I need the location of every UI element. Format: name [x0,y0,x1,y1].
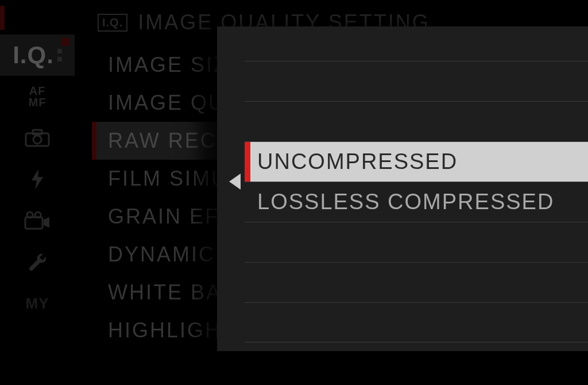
movie-icon [24,211,51,230]
sidebar-item-setup[interactable] [0,241,75,283]
svg-rect-4 [25,217,42,229]
sidebar-item-afmf[interactable]: AF MF [0,76,75,117]
dots-icon [57,49,62,61]
popup-option-label: LOSSLESS COMPRESSED [257,190,554,214]
camera-icon [25,129,50,147]
popup-empty-row [245,222,588,262]
popup-back-arrow-icon[interactable] [229,174,241,190]
wrench-icon [26,251,49,274]
af-label: AF [29,85,47,97]
flash-icon [29,168,45,191]
sidebar-iq-label: I.Q. [13,41,54,69]
svg-point-2 [33,136,41,144]
sidebar-item-movie[interactable] [0,200,75,241]
popup-empty-row [245,302,588,342]
iq-icon: I.Q. [13,41,62,69]
popup-option-uncompressed[interactable]: UNCOMPRESSED [245,141,588,182]
sidebar-item-shooting[interactable] [0,117,75,159]
svg-point-7 [35,212,41,218]
top-accent-bar [0,6,5,30]
sidebar-item-iq[interactable]: I.Q. [0,34,75,76]
popup-empty-row [245,101,588,141]
sidebar-item-my[interactable]: MY [0,283,75,324]
header-iq-icon: I.Q. [98,14,127,32]
svg-marker-5 [44,217,49,228]
popup-option-label: UNCOMPRESSED [257,149,458,174]
svg-marker-3 [32,169,43,190]
popup-option-lossless-compressed[interactable]: LOSSLESS COMPRESSED [245,182,588,222]
afmf-icon: AF MF [29,85,47,108]
sidebar: I.Q. AF MF MY [0,34,75,324]
svg-rect-1 [33,130,42,134]
sidebar-item-flash[interactable] [0,159,75,200]
popup-empty-row [245,262,588,302]
popup-empty-row [245,61,588,101]
my-label: MY [26,295,49,313]
mf-label: MF [29,97,47,108]
svg-point-6 [27,212,33,218]
popup-inner: UNCOMPRESSED LOSSLESS COMPRESSED [217,26,588,342]
submenu-popup: UNCOMPRESSED LOSSLESS COMPRESSED [217,26,588,351]
